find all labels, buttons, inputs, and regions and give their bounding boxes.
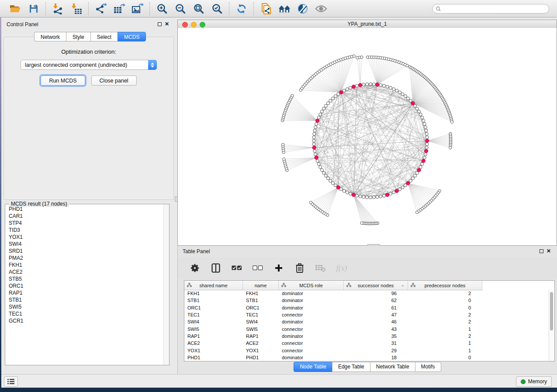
graphics-details-icon[interactable] xyxy=(297,3,309,15)
table-row[interactable]: SWI4SWI4dominator462 xyxy=(184,318,554,325)
gear-icon[interactable] xyxy=(189,262,201,274)
sort-caret-icon: ⌄ xyxy=(401,282,405,287)
mcds-result-item[interactable]: STB1 xyxy=(5,296,164,303)
table-scrollbar-thumb[interactable] xyxy=(550,292,553,330)
mcds-result-item[interactable]: SWI4 xyxy=(5,241,164,248)
mcds-result-item[interactable]: PMA2 xyxy=(5,254,164,261)
zoom-fit-icon[interactable] xyxy=(193,3,205,15)
mcds-result-item[interactable]: CAR1 xyxy=(5,213,164,220)
cell-shared-name: STB1 xyxy=(184,298,243,303)
tab-edge-table[interactable]: Edge Table xyxy=(332,362,370,372)
tab-select[interactable]: Select xyxy=(90,32,118,41)
mcds-result-item[interactable]: FKH1 xyxy=(5,261,164,268)
mcds-result-item[interactable]: STP4 xyxy=(5,220,164,227)
mcds-result-item[interactable]: GCR1 xyxy=(5,317,164,324)
mcds-result-item[interactable]: ACE2 xyxy=(5,268,164,275)
mcds-result-item[interactable]: SWI5 xyxy=(5,303,164,310)
cell-successor-nodes: 61 xyxy=(344,305,408,310)
close-table-panel-icon[interactable]: ✕ xyxy=(547,249,551,253)
memory-button-label: Memory xyxy=(528,378,547,385)
cell-name: YOX1 xyxy=(243,348,279,353)
menu-button[interactable] xyxy=(4,376,18,387)
zoom-in-icon[interactable] xyxy=(156,3,168,15)
table-tabs: Node TableEdge TableNetwork TableMotifs xyxy=(178,362,557,372)
deselect-all-icon[interactable] xyxy=(252,262,263,274)
close-panel-button[interactable]: Close panel xyxy=(91,76,137,86)
table-row[interactable]: STB1STB1dominator620 xyxy=(184,297,554,304)
import-network-icon[interactable] xyxy=(52,3,64,15)
cell-name: PHD1 xyxy=(243,355,279,360)
table-scrollbar[interactable] xyxy=(549,290,554,361)
tab-style[interactable]: Style xyxy=(66,32,90,41)
column-header-MCDS-role[interactable]: MCDS role xyxy=(279,281,344,290)
mcds-result-item[interactable]: STB5 xyxy=(5,275,164,282)
mcds-result-item[interactable]: YOX1 xyxy=(5,234,164,241)
cell-successor-nodes: 46 xyxy=(344,319,408,324)
delete-icon[interactable] xyxy=(294,262,305,274)
cell-shared-name: TEC1 xyxy=(184,312,243,317)
close-panel-icon[interactable]: ✕ xyxy=(165,22,169,26)
save-session-icon[interactable] xyxy=(28,3,40,15)
mcds-result-item[interactable]: TEC1 xyxy=(5,310,164,317)
export-network-icon[interactable] xyxy=(95,3,107,15)
mcds-result-item[interactable]: SRD1 xyxy=(5,248,164,254)
import-table-icon[interactable] xyxy=(70,3,83,15)
mcds-result-item[interactable]: ORC1 xyxy=(5,282,164,289)
add-column-icon[interactable] xyxy=(273,262,284,274)
attribute-tree-icon xyxy=(346,283,351,288)
tab-network[interactable]: Network xyxy=(34,32,66,41)
columns-icon[interactable] xyxy=(210,262,221,274)
select-all-icon[interactable] xyxy=(231,262,242,274)
table-row[interactable]: PHD1PHD1dominator180 xyxy=(184,354,554,361)
float-table-panel-icon[interactable] xyxy=(540,249,543,253)
cell-predecessor-nodes: 2 xyxy=(408,319,482,324)
run-mcds-button[interactable]: Run MCDS xyxy=(41,76,85,86)
cell-name: RAP1 xyxy=(243,334,279,339)
clone-network-icon[interactable] xyxy=(260,3,272,15)
mcds-result-item[interactable]: RAP1 xyxy=(5,289,164,296)
column-header-successor-nodes[interactable]: successor nodes⌄ xyxy=(344,281,408,290)
cell-predecessor-nodes: 0 xyxy=(408,355,482,360)
network-window-titlebar[interactable]: YPA_prune.txt_1 xyxy=(178,20,557,28)
column-header-name[interactable]: name xyxy=(243,281,279,290)
eye-icon[interactable] xyxy=(315,3,327,15)
memory-status-icon xyxy=(521,379,526,384)
search-input[interactable] xyxy=(432,4,549,14)
control-panel-title: Control Panel xyxy=(7,21,38,28)
tab-network-table[interactable]: Network Table xyxy=(370,362,415,372)
cell-shared-name: RAP1 xyxy=(184,334,243,339)
optimization-dropdown[interactable]: largest connected component (undirected) xyxy=(21,60,157,70)
mcds-result-list[interactable]: PHD1CAR1STP4TID3YOX1SWI4SRD1PMA2FKH1ACE2… xyxy=(5,206,164,365)
tab-mcds[interactable]: MCDS xyxy=(118,32,146,41)
tab-node-table[interactable]: Node Table xyxy=(294,362,332,372)
mcds-result-item[interactable]: PHD1 xyxy=(5,206,164,213)
column-header-predecessor-nodes[interactable]: predecessor nodes xyxy=(408,281,482,290)
export-table-icon[interactable] xyxy=(113,3,125,15)
table-row[interactable]: RAP1RAP1dominator352 xyxy=(184,333,554,340)
table-row[interactable]: SWI5SWI5connector431 xyxy=(184,325,554,332)
tab-motifs[interactable]: Motifs xyxy=(415,362,441,372)
table-row[interactable]: TEC1TEC1connector472 xyxy=(184,311,554,318)
table-row[interactable]: YOX1YOX1connector291 xyxy=(184,347,554,354)
table-row[interactable]: ACE2ACE2connector311 xyxy=(184,340,554,347)
column-header-shared-name[interactable]: shared name xyxy=(184,281,243,290)
table-row[interactable]: FKH1FKH1dominator962 xyxy=(184,290,554,297)
memory-button[interactable]: Memory xyxy=(516,376,552,387)
function-icon: f(x) xyxy=(336,262,347,274)
zoom-selected-icon[interactable] xyxy=(211,3,223,15)
mcds-result-item[interactable]: TID3 xyxy=(5,227,164,234)
cell-shared-name: YOX1 xyxy=(184,348,243,353)
export-image-icon[interactable] xyxy=(131,3,144,15)
float-panel-icon[interactable] xyxy=(158,22,162,26)
network-canvas[interactable] xyxy=(178,28,557,245)
table-body: FKH1FKH1dominator962STB1STB1dominator620… xyxy=(184,290,554,361)
home-icon[interactable] xyxy=(278,3,291,15)
mcds-panel: Optimization criterion: largest connecte… xyxy=(3,37,174,200)
cell-predecessor-nodes: 1 xyxy=(408,340,482,346)
zoom-out-icon[interactable] xyxy=(174,3,187,15)
open-file-icon[interactable] xyxy=(9,3,21,15)
mcds-result-scrollbar[interactable] xyxy=(163,204,169,365)
refresh-icon[interactable] xyxy=(235,3,248,15)
cell-predecessor-nodes: 2 xyxy=(408,291,482,296)
table-row[interactable]: ORC1ORC1dominator610 xyxy=(184,304,554,311)
